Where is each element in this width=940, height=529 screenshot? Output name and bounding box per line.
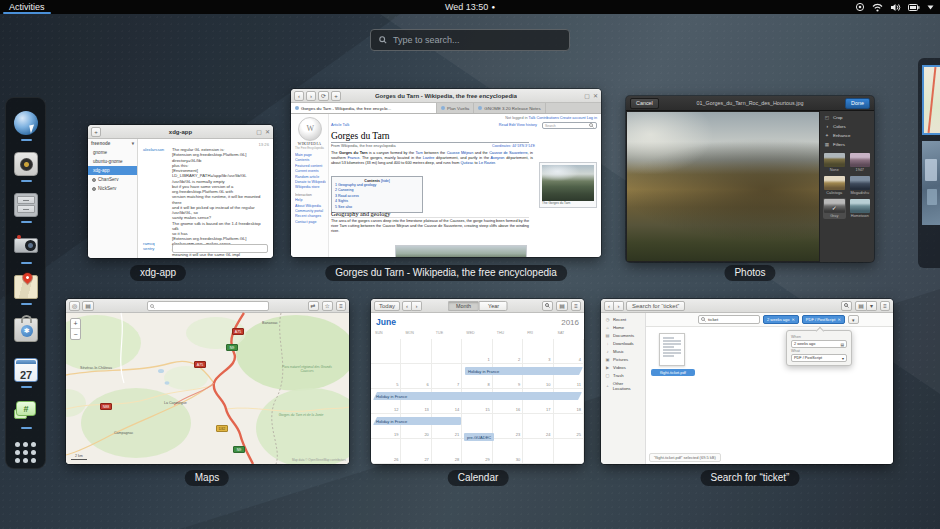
day-cell[interactable]: 4 xyxy=(554,339,584,364)
nav-link[interactable]: Contact page xyxy=(295,220,326,225)
day-cell[interactable]: 3 xyxy=(523,339,553,364)
day-cell[interactable]: 25 xyxy=(554,414,584,439)
filter-option[interactable]: ✓ Calistoga xyxy=(823,175,846,196)
sidebar-place-item[interactable]: ⌂Home xyxy=(601,323,645,331)
window-photos[interactable]: Cancel 01_Gorges_du_Tarn_Roc_des_Hourtou… xyxy=(626,96,874,262)
maps-app-icon[interactable] xyxy=(14,275,38,299)
sidebar-place-item[interactable]: +Other Locations xyxy=(601,379,645,392)
edit-tool-item[interactable]: ✦Enhance xyxy=(823,131,871,140)
path-bar-search-title[interactable]: Search for “ticket” xyxy=(626,301,685,311)
sidebar-place-item[interactable]: ↓Downloads xyxy=(601,339,645,347)
day-cell[interactable]: 27 xyxy=(401,439,431,464)
event-bar[interactable]: Holiday in France xyxy=(465,367,583,375)
edit-tool-item[interactable]: ◑Colors xyxy=(823,122,871,131)
photos-app-icon[interactable] xyxy=(14,233,38,257)
file-results-area[interactable]: flight-ticket.pdf “flight-ticket.pdf” se… xyxy=(647,327,893,464)
zoom-controls[interactable]: +− xyxy=(70,318,81,340)
close-icon[interactable]: ✕ xyxy=(593,92,598,99)
done-button[interactable]: Done xyxy=(845,98,870,109)
back-button[interactable]: ‹ xyxy=(604,301,614,311)
article-tabs[interactable]: Article Talk xyxy=(331,123,349,127)
search-field[interactable]: Type to search... xyxy=(370,29,570,51)
view-tabs[interactable]: Read Edit View history xyxy=(499,123,537,127)
files-search-entry[interactable]: ticket xyxy=(698,315,760,324)
sidebar-place-item[interactable]: ▣Pictures xyxy=(601,355,645,363)
month-view-button[interactable]: Month xyxy=(447,301,479,311)
photo-canvas[interactable] xyxy=(627,112,819,261)
personal-links[interactable]: Not logged in Talk Contributions Create … xyxy=(505,116,597,120)
window-files-search[interactable]: ‹› Search for “ticket” ▤▾ ≡ ticket 2 wee… xyxy=(601,299,893,464)
activities-button[interactable]: Activities xyxy=(0,0,54,14)
polari-app-icon[interactable]: # xyxy=(14,399,38,423)
filter-chip[interactable]: 2 weeks ago✕ xyxy=(763,315,799,324)
window-calendar[interactable]: Today ‹› Month Year ▤ ≡ June 2016 SUNMON… xyxy=(371,299,584,464)
nav-link[interactable]: Wikipedia store xyxy=(295,185,326,190)
back-button[interactable]: ‹ xyxy=(294,91,304,101)
day-cell[interactable] xyxy=(371,339,401,364)
pdf-file-thumbnail[interactable] xyxy=(659,333,685,366)
filter-option[interactable]: ✓ Hometown xyxy=(849,198,872,219)
browser-tab[interactable]: Gorges du Tarn - Wikipedia, the free enc… xyxy=(291,103,437,113)
day-cell[interactable] xyxy=(523,439,553,464)
filter-option[interactable]: ✓ Mogadishu xyxy=(849,175,872,196)
add-room-button[interactable]: + xyxy=(91,127,101,137)
prev-month-button[interactable]: ‹ xyxy=(402,301,412,311)
sidebar-place-item[interactable]: ▶Videos xyxy=(601,363,645,371)
gorge-photo-thumbnail[interactable] xyxy=(542,165,594,201)
software-app-icon[interactable]: ✱ xyxy=(14,318,38,342)
show-applications-button[interactable] xyxy=(14,441,38,465)
route-button[interactable]: ⇄ xyxy=(308,301,319,311)
day-cell[interactable]: 5 xyxy=(371,364,401,389)
clock-button[interactable]: Wed 13:50 ● xyxy=(445,2,495,12)
channel-item[interactable]: gnome xyxy=(88,148,137,157)
day-cell[interactable]: 23 xyxy=(493,414,523,439)
zoom-in-button[interactable]: + xyxy=(71,319,80,329)
what-dropdown[interactable]: PDF / PostScript▾ xyxy=(791,354,847,362)
chat-input[interactable] xyxy=(172,244,268,253)
day-cell[interactable]: 6 xyxy=(401,364,431,389)
sidebar-place-item[interactable]: ◷Recent xyxy=(601,315,645,323)
layers-button[interactable]: ▤ xyxy=(82,301,94,311)
day-cell[interactable]: 28 xyxy=(432,439,462,464)
window-web-browser[interactable]: ‹ › ⟳ + Gorges du Tarn - Wikipedia, the … xyxy=(291,89,601,257)
nick-label[interactable]: alexlarsson xyxy=(143,147,170,152)
forward-button[interactable]: › xyxy=(614,301,624,311)
map-canvas[interactable]: +− A75 A75 N88 N9 N9 D32 Sévérac-le-Chât… xyxy=(66,313,349,464)
view-grid-button[interactable]: ▤ xyxy=(855,301,867,311)
day-cell[interactable]: 29 xyxy=(462,439,492,464)
year-view-button[interactable]: Year xyxy=(479,301,508,311)
browser-tab[interactable]: Plan Vuelta xyxy=(437,103,474,113)
window-polari[interactable]: + xdg-app ▢✕ freenode▾ gnomeubuntu-gnome… xyxy=(88,125,273,258)
workspace-thumbnail-active[interactable] xyxy=(922,65,940,135)
menu-button[interactable]: ≡ xyxy=(336,301,346,311)
maps-search-entry[interactable] xyxy=(147,301,269,311)
restore-icon[interactable]: ▢ xyxy=(256,128,262,135)
panorama-photo[interactable] xyxy=(395,245,527,257)
new-tab-button[interactable]: + xyxy=(331,91,341,101)
sidebar-place-item[interactable]: ▤Documents xyxy=(601,331,645,339)
favorites-button[interactable]: ☆ xyxy=(322,301,333,311)
coordinates-link[interactable]: Coordinates: 44°18′N 3°14′E xyxy=(492,144,535,148)
edit-tool-item[interactable]: ◰Crop xyxy=(823,113,871,122)
day-cell[interactable]: 24 xyxy=(523,414,553,439)
zoom-out-button[interactable]: − xyxy=(71,329,80,339)
filter-option[interactable]: ✓ Gray xyxy=(823,198,846,219)
today-button[interactable]: Today xyxy=(374,301,400,311)
day-cell[interactable]: 1 xyxy=(462,339,492,364)
calendars-button[interactable]: ▤ xyxy=(556,301,568,311)
day-cell[interactable]: 26 xyxy=(371,439,401,464)
user-item[interactable]: ChanServ xyxy=(88,175,137,184)
sidebar-place-item[interactable]: ♪Music xyxy=(601,347,645,355)
music-app-icon[interactable] xyxy=(14,152,38,176)
edit-tool-item[interactable]: ▦Filters xyxy=(823,140,871,149)
calendar-picker-icon[interactable]: ▤ xyxy=(840,342,844,347)
cancel-button[interactable]: Cancel xyxy=(630,98,659,109)
day-cell[interactable]: 30 xyxy=(493,439,523,464)
close-icon[interactable]: ✕ xyxy=(265,128,270,135)
search-button[interactable] xyxy=(841,301,852,311)
reload-button[interactable]: ⟳ xyxy=(318,91,329,101)
web-browser-app-icon[interactable] xyxy=(14,111,38,135)
sidebar-place-item[interactable]: ▢Trash xyxy=(601,371,645,379)
next-month-button[interactable]: › xyxy=(412,301,422,311)
view-options-button[interactable]: ▾ xyxy=(867,301,877,311)
